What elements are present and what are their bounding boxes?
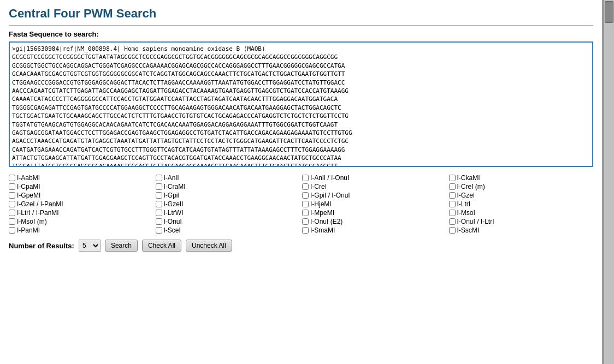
checkbox-label-I-GpeMI: I-GpeMI	[17, 192, 40, 199]
checkbox-I-PanMI[interactable]	[9, 227, 15, 234]
checkbox-item-I-AniI: I-AniI	[156, 174, 300, 182]
results-count-select[interactable]: 5102050	[79, 240, 101, 252]
checkbox-I-LtrWI[interactable]	[156, 210, 162, 216]
uncheck-all-button[interactable]: Uncheck All	[186, 240, 232, 252]
checkbox-item-I-CpaMI: I-CpaMI	[9, 183, 154, 190]
checkbox-label-I-GzeI-I-PanMI: I-GzeI / I-PanMI	[17, 200, 63, 208]
checkbox-I-GzeII[interactable]	[156, 201, 162, 207]
page-title: Central Four PWM Search	[9, 7, 593, 26]
checkbox-item-I-PanMI: I-PanMI	[9, 226, 154, 234]
checkbox-I-LtrI-I-PanMI[interactable]	[9, 210, 15, 216]
checkbox-label-I-GpiI: I-GpiI	[164, 192, 180, 199]
scrollbar-thumb[interactable]	[605, 1, 613, 23]
checkbox-I-OnuI-I-LtrI[interactable]	[449, 218, 456, 225]
checkbox-label-I-CkaMI: I-CkaMI	[457, 174, 480, 182]
checkbox-I-CkaMI[interactable]	[449, 175, 456, 181]
checkbox-item-I-OnuI-E2: I-OnuI (E2)	[302, 218, 447, 225]
checkbox-I-SceI[interactable]	[156, 227, 162, 234]
results-label: Number of Results:	[9, 242, 74, 250]
checkbox-item-I-OnuI: I-OnuI	[156, 218, 300, 225]
checkbox-label-I-CraMI: I-CraMI	[164, 183, 186, 190]
checkbox-label-I-SmaMI: I-SmaMI	[310, 226, 335, 234]
fasta-label: Fasta Sequence to search:	[9, 30, 593, 38]
checkbox-I-MsoI-m[interactable]	[9, 218, 15, 225]
checkbox-item-I-HjeMI: I-HjeMI	[302, 200, 447, 208]
checkbox-item-I-GpiI: I-GpiI	[156, 192, 300, 199]
checkbox-I-CraMI[interactable]	[156, 183, 162, 190]
checkbox-item-I-CkaMI: I-CkaMI	[449, 174, 594, 182]
checkbox-I-OnuI[interactable]	[156, 218, 162, 225]
checkbox-I-CpaMI[interactable]	[9, 183, 15, 190]
checkbox-I-AabMI[interactable]	[9, 175, 15, 181]
checkbox-item-I-SmaMI: I-SmaMI	[302, 226, 447, 234]
checkbox-label-I-SceI: I-SceI	[164, 226, 181, 234]
checkbox-item-I-GzeII: I-GzeII	[156, 200, 300, 208]
checkbox-item-I-GpiI-I-OnuI: I-GpiI / I-OnuI	[302, 192, 447, 199]
checkbox-label-I-PanMI: I-PanMI	[17, 226, 40, 234]
checkbox-label-I-CpaMI: I-CpaMI	[17, 183, 40, 190]
checkbox-I-AniI[interactable]	[156, 175, 162, 181]
checkbox-item-I-GzeI-I-PanMI: I-GzeI / I-PanMI	[9, 200, 154, 208]
checkbox-item-I-MpeMI: I-MpeMI	[302, 209, 447, 217]
checkbox-item-I-LtrWI: I-LtrWI	[156, 209, 300, 217]
checkbox-item-I-GpeMI: I-GpeMI	[9, 192, 154, 199]
checkbox-I-CreI[interactable]	[302, 183, 309, 190]
checkbox-label-I-CreI-m: I-CreI (m)	[457, 183, 485, 190]
checkbox-I-CreI-m[interactable]	[449, 183, 456, 190]
checkbox-label-I-OnuI-I-LtrI: I-OnuI / I-LtrI	[457, 218, 494, 225]
checkbox-label-I-LtrI-I-PanMI: I-LtrI / I-PanMI	[17, 209, 59, 217]
checkbox-I-GpiI[interactable]	[156, 192, 162, 199]
checkbox-I-MpeMI[interactable]	[302, 210, 309, 216]
checkbox-label-I-GzeI: I-GzeI	[457, 192, 475, 199]
checkbox-I-OnuI-E2[interactable]	[302, 218, 309, 225]
checkbox-item-I-SceI: I-SceI	[156, 226, 300, 234]
checkbox-item-I-CraMI: I-CraMI	[156, 183, 300, 190]
scrollbar[interactable]	[604, 0, 614, 364]
checkbox-item-I-LtrI: I-LtrI	[449, 200, 594, 208]
checkbox-label-I-CreI: I-CreI	[310, 183, 327, 190]
checkbox-label-I-LtrI: I-LtrI	[457, 200, 471, 208]
bottom-controls: Number of Results: 5102050 Search Check …	[9, 240, 593, 252]
checkbox-item-I-CreI-m: I-CreI (m)	[449, 183, 594, 190]
checkbox-label-I-SscMI: I-SscMI	[457, 226, 480, 234]
checkbox-I-GpeMI[interactable]	[9, 192, 15, 199]
checkbox-item-I-SscMI: I-SscMI	[449, 226, 594, 234]
checkbox-label-I-AabMI: I-AabMI	[17, 174, 40, 182]
checkbox-item-I-CreI: I-CreI	[302, 183, 447, 190]
checkbox-label-I-LtrWI: I-LtrWI	[164, 209, 184, 217]
checkbox-item-I-LtrI-I-PanMI: I-LtrI / I-PanMI	[9, 209, 154, 217]
checkbox-I-GzeI[interactable]	[449, 192, 456, 199]
checkbox-label-I-GzeII: I-GzeII	[164, 200, 184, 208]
fasta-sequence-input[interactable]	[9, 41, 593, 167]
checkbox-item-I-GzeI: I-GzeI	[449, 192, 594, 199]
checkbox-label-I-HjeMI: I-HjeMI	[310, 200, 332, 208]
checkbox-I-GpiI-I-OnuI[interactable]	[302, 192, 309, 199]
checkbox-label-I-OnuI: I-OnuI	[164, 218, 182, 225]
checkbox-I-HjeMI[interactable]	[302, 201, 309, 207]
checkbox-I-LtrI[interactable]	[449, 201, 456, 207]
checkbox-item-I-MsoI-m: I-MsoI (m)	[9, 218, 154, 225]
check-all-button[interactable]: Check All	[142, 240, 181, 252]
checkbox-label-I-AniI: I-AniI	[164, 174, 179, 182]
checkbox-I-SscMI[interactable]	[449, 227, 456, 234]
checkbox-label-I-MsoI: I-MsoI	[457, 209, 475, 217]
search-button[interactable]: Search	[105, 240, 138, 252]
checkbox-label-I-AniI-I-OnuI: I-AniI / I-OnuI	[310, 174, 349, 182]
checkbox-item-I-AniI-I-OnuI: I-AniI / I-OnuI	[302, 174, 447, 182]
checkbox-label-I-MsoI-m: I-MsoI (m)	[17, 218, 47, 225]
checkbox-item-I-OnuI-I-LtrI: I-OnuI / I-LtrI	[449, 218, 594, 225]
checkbox-I-GzeI-I-PanMI[interactable]	[9, 201, 15, 207]
checkbox-label-I-GpiI-I-OnuI: I-GpiI / I-OnuI	[310, 192, 350, 199]
checkboxes-grid: I-AabMII-AniII-AniI / I-OnuII-CkaMII-Cpa…	[9, 174, 593, 234]
checkbox-item-I-MsoI: I-MsoI	[449, 209, 594, 217]
checkbox-I-AniI-I-OnuI[interactable]	[302, 175, 309, 181]
checkbox-label-I-MpeMI: I-MpeMI	[310, 209, 334, 217]
checkbox-I-SmaMI[interactable]	[302, 227, 309, 234]
checkbox-label-I-OnuI-E2: I-OnuI (E2)	[310, 218, 343, 225]
checkbox-item-I-AabMI: I-AabMI	[9, 174, 154, 182]
checkbox-I-MsoI[interactable]	[449, 210, 456, 216]
